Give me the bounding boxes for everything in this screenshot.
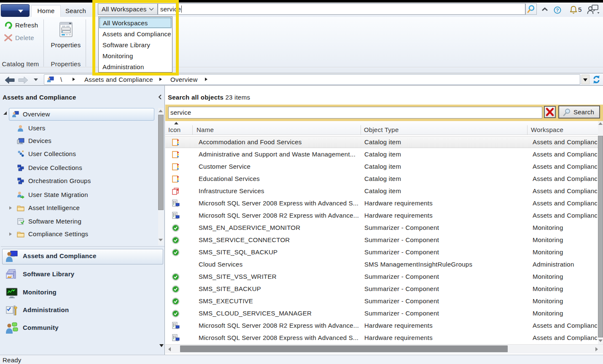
svg-text:?: ?: [556, 8, 559, 13]
